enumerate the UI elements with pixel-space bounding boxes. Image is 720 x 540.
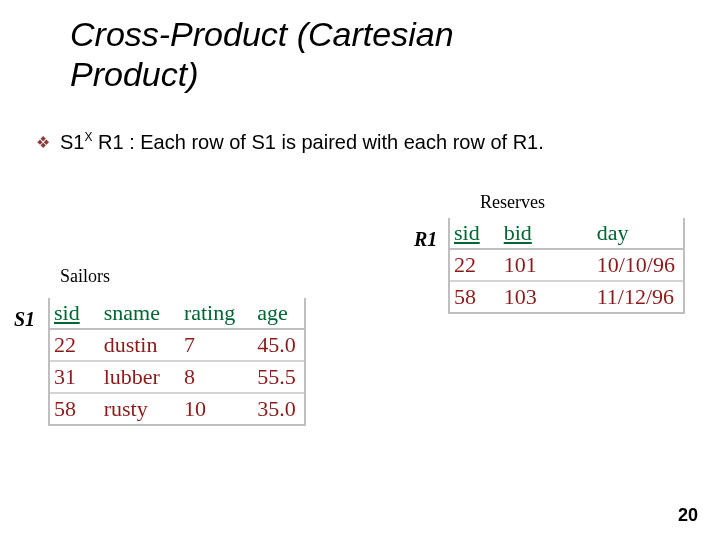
sailors-label: Sailors xyxy=(60,266,110,287)
table-header-row: sid sname rating age xyxy=(48,298,306,329)
s1-cell: dustin xyxy=(98,329,178,361)
table-border-left xyxy=(48,298,50,426)
table-r1-wrapper: sid bid day 22 101 10/10/96 58 103 11/12… xyxy=(448,218,685,314)
s1-cell: lubber xyxy=(98,361,178,393)
r1-cell: 58 xyxy=(448,281,498,313)
r1-cell: 11/12/96 xyxy=(567,281,685,313)
table-row: 31 lubber 8 55.5 xyxy=(48,361,306,393)
table-border-right xyxy=(683,218,685,314)
table-r1: sid bid day 22 101 10/10/96 58 103 11/12… xyxy=(448,218,685,314)
page-number: 20 xyxy=(678,505,698,526)
title-line-1: Cross-Product (Cartesian xyxy=(70,15,454,53)
table-header-row: sid bid day xyxy=(448,218,685,249)
s1-header-sid: sid xyxy=(48,298,98,329)
r1-cell: 103 xyxy=(498,281,567,313)
r1-header-day: day xyxy=(567,218,685,249)
s1-cell: 45.0 xyxy=(251,329,306,361)
s1-cell: 31 xyxy=(48,361,98,393)
r1-header-sid: sid xyxy=(448,218,498,249)
s1-cell: 58 xyxy=(48,393,98,425)
bullet-rest: R1 : Each row of S1 is paired with each … xyxy=(92,131,543,153)
bullet-diamond-icon: ❖ xyxy=(36,133,50,152)
table-border-right xyxy=(304,298,306,426)
title-line-2: Product) xyxy=(70,55,199,93)
r1-cell: 101 xyxy=(498,249,567,281)
slide: Cross-Product (Cartesian Product) ❖ S1X … xyxy=(0,0,720,540)
r1-cell: 22 xyxy=(448,249,498,281)
s1-cell: 35.0 xyxy=(251,393,306,425)
s1-cell: 8 xyxy=(178,361,251,393)
reserves-label: Reserves xyxy=(480,192,545,213)
r1-label: R1 xyxy=(414,228,437,251)
bullet-text: S1X R1 : Each row of S1 is paired with e… xyxy=(60,130,544,154)
table-row: 22 101 10/10/96 xyxy=(448,249,685,281)
table-row: 58 103 11/12/96 xyxy=(448,281,685,313)
bullet-line: ❖ S1X R1 : Each row of S1 is paired with… xyxy=(36,130,544,154)
table-s1-wrapper: sid sname rating age 22 dustin 7 45.0 31… xyxy=(48,298,306,426)
bullet-s1: S1 xyxy=(60,131,84,153)
table-row: 58 rusty 10 35.0 xyxy=(48,393,306,425)
s1-cell: 22 xyxy=(48,329,98,361)
s1-cell: 55.5 xyxy=(251,361,306,393)
r1-cell: 10/10/96 xyxy=(567,249,685,281)
s1-cell: 7 xyxy=(178,329,251,361)
s1-cell: rusty xyxy=(98,393,178,425)
table-row: 22 dustin 7 45.0 xyxy=(48,329,306,361)
s1-label: S1 xyxy=(14,308,35,331)
table-s1: sid sname rating age 22 dustin 7 45.0 31… xyxy=(48,298,306,426)
s1-header-rating: rating xyxy=(178,298,251,329)
page-title: Cross-Product (Cartesian Product) xyxy=(70,14,454,94)
s1-cell: 10 xyxy=(178,393,251,425)
table-border-left xyxy=(448,218,450,314)
s1-header-age: age xyxy=(251,298,306,329)
r1-header-bid: bid xyxy=(498,218,567,249)
s1-header-sname: sname xyxy=(98,298,178,329)
